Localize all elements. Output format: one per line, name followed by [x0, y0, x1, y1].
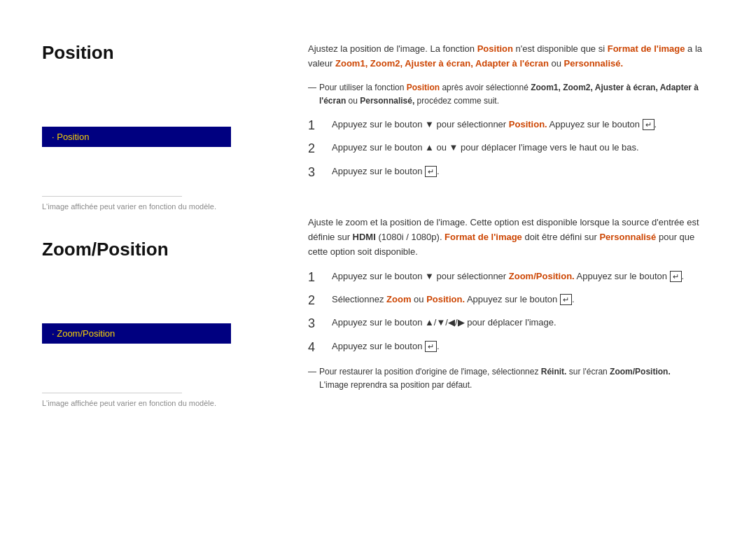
section1-menu-label: · Position: [52, 132, 89, 142]
section2-footer: Pour restaurer la position d'origine de …: [308, 365, 714, 392]
section2-right: Ajuste le zoom et la position de l'image…: [308, 216, 714, 392]
s2-step4-enter: ↵: [425, 341, 437, 352]
section1-sub-pos: Position: [407, 83, 440, 92]
s2-perso: Personnalisé: [599, 232, 656, 242]
section2-note: L'image affichée peut varier en fonction…: [42, 399, 280, 407]
s2-hdmi: HDMI: [353, 232, 376, 242]
section1-sub-perso: Personnalisé,: [360, 96, 414, 106]
section2-divider: [42, 393, 182, 393]
section2-menu-box: · Zoom/Position: [42, 323, 231, 344]
s2-step1-zp: Zoom/Position.: [509, 271, 575, 281]
section1-intro-pos: Position: [477, 43, 513, 54]
section2-step2: 2 Sélectionnez Zoom ou Position. Appuyez…: [308, 293, 714, 309]
section2-step4: 4 Appuyez sur le bouton ↵.: [308, 339, 714, 356]
section1-step3: 3 Appuyez sur le bouton ↵.: [308, 164, 714, 181]
s2-reinit: Réinit.: [541, 367, 567, 377]
s1-step1-pos: Position.: [509, 119, 547, 129]
s2-format: Format de l'image: [444, 232, 522, 242]
section1-right: Ajustez la position de l'image. La fonct…: [308, 42, 714, 181]
section2-title: Zoom/Position: [42, 239, 280, 260]
section1-intro: Ajustez la position de l'image. La fonct…: [308, 42, 714, 71]
s2-footer-zp: Zoom/Position.: [610, 367, 671, 377]
section1-subnote: Pour utiliser la fonction Position après…: [308, 81, 714, 108]
section2-step3: 3 Appuyez sur le bouton ▲/▼/◀/▶ pour dép…: [308, 316, 714, 332]
s2-step2-enter: ↵: [560, 294, 572, 305]
section1-intro-perso: Personnalisé.: [564, 58, 624, 69]
section2-menu-label: · Zoom/Position: [52, 328, 115, 339]
s2-step1-enter: ↵: [670, 271, 682, 282]
section1-step2: 2 Appuyez sur le bouton ▲ ou ▼ pour dépl…: [308, 141, 714, 157]
s2-step2-zoom: Zoom: [386, 294, 411, 304]
section2-intro: Ajuste le zoom et la position de l'image…: [308, 216, 714, 259]
section2-step1: 1 Appuyez sur le bouton ▼ pour sélection…: [308, 269, 714, 286]
s2-step2-pos: Position.: [426, 294, 465, 304]
section2-steps: 1 Appuyez sur le bouton ▼ pour sélection…: [308, 269, 714, 356]
s1-step3-enter: ↵: [425, 166, 437, 177]
section1-left: Position · Position L'image affichée peu…: [42, 42, 280, 211]
s1-step1-enter: ↵: [643, 119, 654, 130]
section1-step1: 1 Appuyez sur le bouton ▼ pour sélection…: [308, 118, 714, 134]
section1-menu-box: · Position: [42, 127, 231, 147]
section1-divider: [42, 196, 182, 197]
section1-note: L'image affichée peut varier en fonction…: [42, 202, 280, 211]
section2-left: Zoom/Position · Zoom/Position L'image af…: [42, 239, 280, 407]
section1-steps: 1 Appuyez sur le bouton ▼ pour sélection…: [308, 118, 714, 181]
section1-intro-format: Format de l'image: [608, 43, 685, 54]
section1-title: Position: [42, 42, 280, 64]
section1-intro-zooms: Zoom1, Zoom2, Ajuster à écran, Adapter à…: [335, 58, 549, 69]
